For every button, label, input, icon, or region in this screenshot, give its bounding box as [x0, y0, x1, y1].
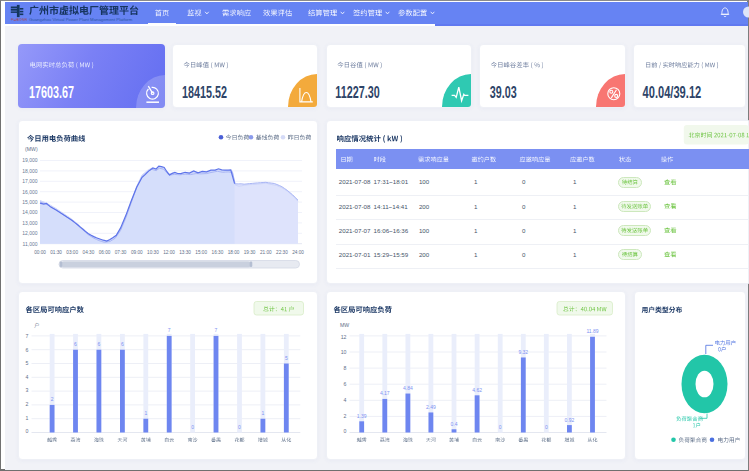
svg-text:19,000: 19,000: [22, 157, 38, 163]
svg-text:0: 0: [545, 424, 548, 430]
svg-text:4.17: 4.17: [380, 390, 390, 396]
svg-text:0: 0: [522, 227, 526, 234]
svg-text:0: 0: [26, 428, 29, 434]
svg-text:40.04/39.12: 40.04/39.12: [643, 83, 702, 102]
svg-text:15:00: 15:00: [195, 250, 207, 255]
svg-text:MW: MW: [340, 322, 349, 328]
svg-text:0: 0: [522, 203, 526, 210]
svg-text:6: 6: [26, 347, 29, 353]
svg-text:1: 1: [573, 203, 577, 210]
svg-text:11.89: 11.89: [586, 328, 598, 334]
svg-text:39.03: 39.03: [490, 83, 517, 102]
svg-text:18:00: 18:00: [228, 250, 240, 255]
svg-text:1: 1: [474, 178, 478, 185]
svg-text:3: 3: [26, 387, 29, 393]
svg-text:7: 7: [26, 333, 29, 339]
svg-text:17:31~18:01: 17:31~18:01: [374, 178, 409, 185]
svg-text:2.49: 2.49: [426, 404, 436, 410]
svg-text:21:00: 21:00: [260, 250, 272, 255]
svg-text:6: 6: [121, 341, 124, 347]
svg-text:1: 1: [573, 178, 577, 185]
svg-text:6: 6: [74, 341, 77, 347]
svg-text:22:30: 22:30: [276, 250, 288, 255]
svg-text:15,000: 15,000: [22, 199, 38, 205]
svg-text:1: 1: [573, 251, 577, 258]
svg-text:0: 0: [191, 424, 194, 430]
svg-text:0: 0: [238, 424, 241, 430]
svg-text:1: 1: [474, 251, 478, 258]
svg-text:14:11~14:41: 14:11~14:41: [374, 203, 409, 210]
svg-text:1: 1: [262, 410, 265, 416]
svg-text:09:00: 09:00: [131, 250, 143, 255]
svg-text:1.39: 1.39: [357, 413, 367, 419]
svg-text:11,000: 11,000: [23, 241, 38, 247]
svg-text:14,000: 14,000: [22, 209, 38, 215]
svg-text:9.32: 9.32: [518, 349, 528, 355]
svg-text:5: 5: [26, 360, 29, 366]
svg-text:2: 2: [26, 401, 29, 407]
svg-text:10:30: 10:30: [147, 250, 159, 255]
svg-text:2021-07-07: 2021-07-07: [339, 227, 371, 234]
svg-text:1: 1: [474, 227, 478, 234]
svg-text:4: 4: [344, 397, 347, 403]
svg-text:1: 1: [474, 203, 478, 210]
svg-text:13:30: 13:30: [179, 250, 191, 255]
svg-text:1: 1: [573, 227, 577, 234]
svg-text:13,000: 13,000: [22, 220, 38, 226]
svg-text:12: 12: [341, 334, 347, 340]
svg-text:100: 100: [419, 227, 430, 234]
svg-text:2021-07-08: 2021-07-08: [339, 203, 371, 210]
svg-text:07:30: 07:30: [115, 250, 127, 255]
svg-text:4.84: 4.84: [403, 385, 413, 391]
svg-text:10: 10: [341, 349, 347, 355]
svg-text:0: 0: [522, 178, 526, 185]
svg-text:(MW): (MW): [25, 146, 38, 152]
svg-text:2021-07-08: 2021-07-08: [339, 178, 371, 185]
svg-text:200: 200: [419, 251, 430, 258]
svg-text:2: 2: [51, 396, 54, 402]
svg-text:03:00: 03:00: [66, 250, 78, 255]
svg-text:06:00: 06:00: [99, 250, 111, 255]
svg-text:户: 户: [34, 322, 39, 328]
svg-text:01:30: 01:30: [50, 250, 62, 255]
svg-text:2021-07-01: 2021-07-01: [339, 251, 371, 258]
svg-text:4.62: 4.62: [472, 387, 482, 393]
svg-text:7: 7: [215, 327, 218, 333]
svg-text:17,000: 17,000: [22, 178, 38, 184]
svg-text:2: 2: [344, 413, 347, 419]
svg-text:1: 1: [26, 415, 29, 421]
svg-text:0: 0: [499, 424, 502, 430]
svg-text:24:00: 24:00: [292, 250, 304, 255]
svg-text:200: 200: [419, 203, 430, 210]
svg-text:16,000: 16,000: [22, 189, 38, 195]
svg-text:100: 100: [419, 178, 430, 185]
svg-text:18,000: 18,000: [22, 168, 38, 174]
svg-text:19:30: 19:30: [244, 250, 256, 255]
svg-text:12:00: 12:00: [163, 250, 175, 255]
svg-text:8: 8: [344, 365, 347, 371]
svg-text:17603.67: 17603.67: [29, 83, 74, 102]
svg-text:5: 5: [285, 355, 288, 361]
svg-text:1: 1: [144, 410, 147, 416]
svg-text:0.4: 0.4: [451, 421, 458, 427]
svg-text:16:06~16:36: 16:06~16:36: [374, 227, 409, 234]
svg-text:15:29~15:59: 15:29~15:59: [374, 251, 409, 258]
svg-text:4: 4: [26, 374, 29, 380]
svg-text:18415.52: 18415.52: [182, 83, 227, 102]
svg-text:00:00: 00:00: [34, 250, 46, 255]
svg-text:0: 0: [344, 428, 347, 434]
svg-text:Guangzhou Virtual Power Plant: Guangzhou Virtual Power Plant Management…: [29, 17, 133, 22]
svg-text:7: 7: [168, 327, 171, 333]
svg-text:6: 6: [344, 381, 347, 387]
svg-text:6: 6: [98, 341, 101, 347]
svg-text:16:30: 16:30: [212, 250, 224, 255]
svg-text:04:30: 04:30: [83, 250, 95, 255]
svg-text:12,000: 12,000: [22, 230, 38, 236]
svg-text:11227.30: 11227.30: [335, 83, 379, 102]
svg-text:0: 0: [522, 251, 526, 258]
svg-text:0.92: 0.92: [565, 417, 575, 423]
